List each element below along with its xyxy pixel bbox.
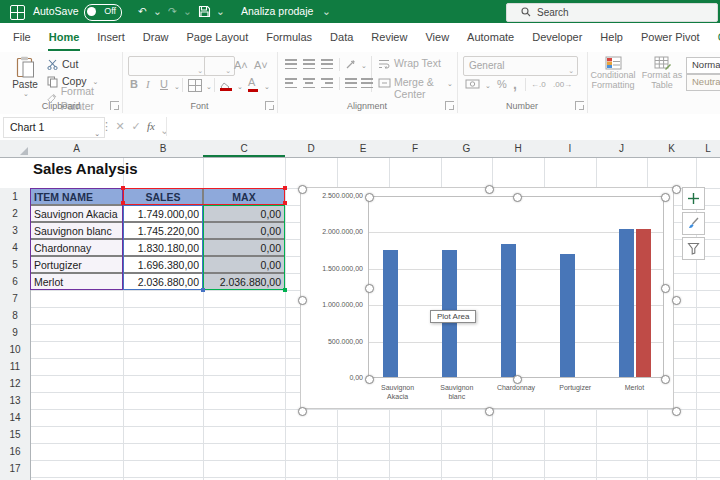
cut-button[interactable]: Cut	[47, 57, 78, 72]
table-row-sales-value[interactable]: 2.036.880,00	[123, 273, 203, 290]
row-header-1[interactable]: 1	[0, 188, 31, 206]
align-top-icon[interactable]	[285, 59, 297, 69]
merge-center-icon[interactable]	[378, 78, 391, 88]
table-row-max-value[interactable]: 2.036.880,00	[203, 273, 285, 290]
align-center-icon[interactable]	[303, 78, 315, 88]
underline-dropdown-icon[interactable]: ⌄	[174, 83, 180, 91]
selection-handle[interactable]	[485, 407, 494, 416]
row-header-11[interactable]: 11	[0, 358, 31, 376]
undo-dropdown-icon[interactable]: ⌄	[153, 0, 162, 23]
selection-handle[interactable]	[672, 407, 681, 416]
column-header-B[interactable]: B	[123, 140, 204, 158]
chart-filters-button[interactable]	[682, 237, 705, 260]
font-color-dropdown-icon[interactable]: ⌄	[264, 83, 270, 91]
tab-automate[interactable]: Automate	[458, 23, 523, 52]
autosave-toggle[interactable]: Off	[84, 4, 122, 21]
column-header-G[interactable]: G	[441, 140, 493, 158]
align-middle-icon[interactable]	[303, 59, 315, 69]
wrap-text-label[interactable]: Wrap Text	[394, 57, 441, 69]
chart-bar-max[interactable]	[636, 229, 651, 377]
orientation-icon[interactable]	[345, 58, 357, 70]
cell-style-normal[interactable]: Normal	[686, 57, 720, 74]
fill-color-dropdown-icon[interactable]: ⌄	[237, 83, 243, 91]
fill-color-button[interactable]	[220, 78, 233, 96]
title-dropdown-icon[interactable]: ⌄	[322, 0, 331, 23]
column-header-A[interactable]: A	[30, 140, 124, 158]
table-row-item-name[interactable]: Merlot	[30, 273, 123, 290]
selection-handle[interactable]	[513, 375, 522, 384]
selection-handle[interactable]	[485, 185, 494, 194]
underline-button[interactable]: U	[160, 78, 168, 90]
selection-handle[interactable]	[298, 185, 307, 194]
tab-developer[interactable]: Developer	[523, 23, 591, 52]
font-name-combo[interactable]: ⌄	[128, 56, 207, 76]
chart-bar-sales[interactable]	[501, 244, 516, 377]
table-header-cell[interactable]: SALES	[123, 188, 203, 205]
tab-chart-design[interactable]: Chart Design	[709, 23, 720, 52]
tab-power-pivot[interactable]: Power Pivot	[632, 23, 709, 52]
tab-page-layout[interactable]: Page Layout	[177, 23, 257, 52]
table-row-max-value[interactable]: 0,00	[203, 205, 285, 222]
chart-bar-sales[interactable]	[383, 250, 398, 377]
decrease-decimal-button[interactable]: .00→	[553, 80, 572, 89]
redo-dropdown-icon[interactable]: ⌄	[183, 0, 192, 23]
selection-handle[interactable]	[672, 296, 681, 305]
row-header-8[interactable]: 8	[0, 307, 31, 325]
selection-handle[interactable]	[365, 284, 374, 293]
column-header-H[interactable]: H	[492, 140, 545, 158]
increase-indent-icon[interactable]	[361, 78, 373, 88]
insert-function-icon[interactable]: fx	[144, 117, 158, 136]
column-header-J[interactable]: J	[596, 140, 648, 158]
search-input[interactable]: Search	[506, 3, 718, 22]
tab-help[interactable]: Help	[591, 23, 632, 52]
row-header-9[interactable]: 9	[0, 324, 31, 342]
tab-formulas[interactable]: Formulas	[257, 23, 321, 52]
cancel-entry-icon[interactable]: ✕	[113, 117, 127, 136]
selection-handle[interactable]	[365, 375, 374, 384]
table-header-cell[interactable]: ITEM NAME	[30, 188, 123, 205]
row-header-14[interactable]: 14	[0, 409, 31, 427]
tab-review[interactable]: Review	[362, 23, 416, 52]
align-left-icon[interactable]	[285, 78, 297, 88]
save-icon[interactable]	[198, 5, 211, 18]
table-row-item-name[interactable]: Sauvignon blanc	[30, 222, 123, 239]
table-row-sales-value[interactable]: 1.745.220,00	[123, 222, 203, 239]
wrap-text-icon[interactable]	[378, 59, 390, 69]
selection-handle[interactable]	[298, 407, 307, 416]
font-size-combo[interactable]: ⌄	[204, 56, 235, 76]
grow-font-button[interactable]: A˄	[234, 59, 248, 71]
align-right-icon[interactable]	[321, 78, 333, 88]
cell-style-neutral[interactable]: Neutral	[686, 74, 720, 91]
tab-draw[interactable]: Draw	[134, 23, 178, 52]
row-header-7[interactable]: 7	[0, 290, 31, 308]
column-header-D[interactable]: D	[285, 140, 338, 158]
format-as-table-button[interactable]: Format as Table	[640, 56, 684, 90]
chart-bar-sales[interactable]	[560, 254, 575, 377]
row-header-17[interactable]: 17	[0, 460, 31, 478]
borders-dropdown-icon[interactable]: ⌄	[206, 83, 212, 91]
accounting-format-icon[interactable]	[465, 79, 480, 89]
row-header-12[interactable]: 12	[0, 375, 31, 393]
chart-bar-sales[interactable]	[619, 229, 634, 377]
redo-button[interactable]: ↷	[168, 0, 177, 23]
number-dialog-launcher[interactable]	[575, 101, 584, 110]
chart[interactable]: 0,00500.000,001.000.000,001.500.000,002.…	[300, 187, 674, 409]
number-format-combo[interactable]: General⌄	[463, 56, 578, 76]
font-dialog-launcher[interactable]	[265, 101, 274, 110]
confirm-entry-icon[interactable]: ✓	[129, 117, 143, 136]
merge-dropdown-icon[interactable]: ⌄	[447, 80, 453, 88]
italic-button[interactable]: I	[146, 78, 150, 90]
row-header-4[interactable]: 4	[0, 239, 31, 257]
alignment-dialog-launcher[interactable]	[445, 101, 454, 110]
selection-handle[interactable]	[513, 193, 522, 202]
row-header-6[interactable]: 6	[0, 273, 31, 291]
column-header-I[interactable]: I	[544, 140, 597, 158]
comma-style-button[interactable]: ,	[513, 76, 517, 92]
column-header-K[interactable]: K	[647, 140, 697, 158]
chart-elements-button[interactable]	[682, 187, 705, 210]
chart-styles-button[interactable]	[682, 212, 705, 235]
tab-file[interactable]: File	[4, 23, 40, 52]
row-header-5[interactable]: 5	[0, 256, 31, 274]
selection-handle[interactable]	[661, 193, 670, 202]
table-row-sales-value[interactable]: 1.696.380,00	[123, 256, 203, 273]
